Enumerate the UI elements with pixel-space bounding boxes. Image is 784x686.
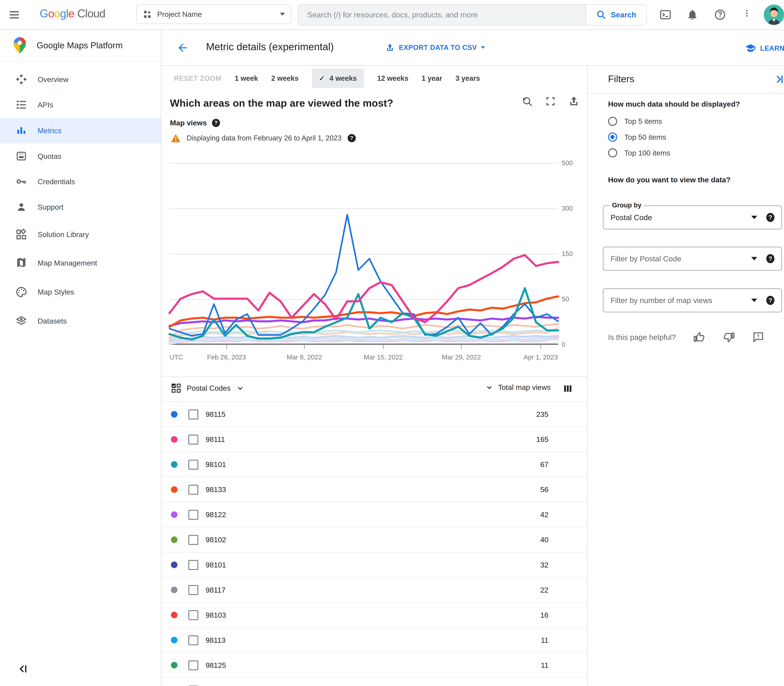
sort-header[interactable]: Total map views [485, 383, 550, 392]
datasets-layers-icon [15, 315, 28, 327]
radio-icon[interactable] [608, 132, 617, 142]
filter-postal-placeholder: Filter by Postal Code [611, 254, 681, 263]
sidebar-item-solution-library[interactable]: Solution Library [0, 222, 161, 247]
series-color-dot [171, 662, 178, 668]
search-input[interactable] [306, 10, 578, 20]
group-header[interactable]: Postal Codes [171, 383, 244, 393]
grid-check-icon [171, 383, 181, 393]
map-views-value: 67 [540, 460, 549, 469]
map-views-value: 40 [540, 535, 549, 544]
row-checkbox[interactable] [188, 635, 198, 645]
group-by-select[interactable]: Group by Postal Code ? [603, 206, 782, 230]
row-checkbox[interactable] [188, 560, 198, 570]
thumb-up-icon[interactable] [693, 331, 706, 343]
sidebar-item-datasets[interactable]: Datasets [0, 308, 161, 333]
row-checkbox[interactable] [188, 585, 198, 595]
thumb-down-icon[interactable] [723, 331, 735, 343]
series-color-dot [171, 461, 178, 468]
sidebar-item-credentials[interactable]: Credentials [0, 169, 161, 194]
radio-icon[interactable] [608, 117, 617, 126]
filter-views-help-icon[interactable]: ? [766, 296, 774, 305]
time-range-1-week[interactable]: 1 week [235, 74, 258, 82]
google-cloud-logo[interactable]: GoogleCloud [40, 7, 105, 20]
reset-zoom-button[interactable]: RESET ZOOM [174, 75, 222, 82]
warning-help-icon[interactable]: ? [348, 134, 356, 142]
export-csv-button[interactable]: EXPORT DATA TO CSV [385, 43, 485, 52]
time-range-1-year[interactable]: 1 year [421, 74, 442, 82]
sidebar: Google Maps Platform Overview APIs Metri… [0, 29, 161, 686]
row-checkbox[interactable] [188, 686, 198, 686]
row-checkbox[interactable] [188, 535, 198, 545]
dropdown-caret-icon [751, 216, 757, 219]
filters-panel: Filters How much data should be displaye… [588, 66, 784, 686]
filter-views-select[interactable]: Filter by number of map views ? [603, 288, 782, 312]
x-tick-label: Feb 26, 2023 [207, 353, 246, 361]
time-range-4-weeks[interactable]: ✓4 weeks [312, 69, 364, 88]
send-feedback-icon[interactable] [752, 331, 764, 343]
more-options-icon[interactable] [742, 9, 751, 21]
back-arrow-icon[interactable] [176, 42, 189, 54]
sidebar-item-label: Quotas [38, 152, 62, 160]
row-checkbox[interactable] [188, 434, 198, 444]
learn-button[interactable]: LEARN [745, 43, 784, 54]
radio-option-Top-100-items[interactable]: Top 100 items [608, 145, 670, 161]
filter-postal-select[interactable]: Filter by Postal Code ? [603, 247, 782, 271]
series-color-dot [171, 562, 178, 568]
time-range-toolbar: RESET ZOOM 1 week2 weeks✓4 weeks12 weeks… [174, 69, 480, 88]
chart-fullscreen-icon[interactable] [544, 95, 557, 108]
help-icon[interactable] [714, 9, 726, 21]
notifications-bell-icon[interactable] [686, 9, 699, 21]
logo-letter: l [66, 7, 68, 20]
row-checkbox[interactable] [188, 410, 198, 420]
metric-help-icon[interactable]: ? [212, 119, 220, 127]
hamburger-menu-icon[interactable] [8, 9, 20, 21]
map-views-value: 56 [540, 485, 549, 494]
radio-icon[interactable] [608, 148, 617, 157]
time-range-3-years[interactable]: 3 years [456, 74, 480, 82]
radio-label: Top 100 items [624, 149, 670, 157]
column-settings-icon[interactable] [564, 385, 572, 394]
time-range-2-weeks[interactable]: 2 weeks [271, 74, 299, 82]
row-checkbox[interactable] [188, 510, 198, 520]
chart-zoom-out-icon[interactable] [521, 95, 533, 108]
table-row: 98115235 [161, 401, 587, 426]
group-by-help-icon[interactable]: ? [766, 213, 774, 222]
row-checkbox[interactable] [188, 460, 198, 470]
sidebar-item-map-styles[interactable]: Map Styles [0, 279, 161, 305]
sidebar-item-apis[interactable]: APIs [0, 92, 161, 118]
sidebar-item-map-management[interactable]: Map Management [0, 250, 161, 276]
map-management-icon [15, 257, 28, 269]
map-styles-palette-icon [15, 286, 28, 298]
time-range-12-weeks[interactable]: 12 weeks [377, 74, 408, 82]
search-button[interactable]: Search [586, 5, 646, 25]
chevron-down-icon [236, 384, 244, 392]
sidebar-item-metrics[interactable]: Metrics [0, 118, 161, 144]
chart-title: Which areas on the map are viewed the mo… [170, 97, 393, 109]
sidebar-item-quotas[interactable]: Quotas [0, 144, 161, 169]
date-range-warning: Displaying data from February 26 to Apri… [171, 134, 356, 142]
radio-option-Top-50-items[interactable]: Top 50 items [608, 129, 666, 145]
global-search: Search [297, 4, 647, 25]
sidebar-item-overview[interactable]: Overview [0, 67, 161, 92]
cloud-shell-icon[interactable] [659, 9, 671, 21]
user-avatar[interactable] [764, 5, 784, 25]
search-input-wrap [298, 5, 586, 25]
collapse-sidebar-icon[interactable] [16, 663, 29, 675]
series-color-dot [171, 511, 178, 518]
row-checkbox[interactable] [188, 660, 198, 670]
search-icon [596, 10, 606, 20]
collapse-filters-icon[interactable] [773, 74, 784, 85]
line-chart[interactable] [170, 163, 558, 345]
row-checkbox[interactable] [188, 610, 198, 620]
chart-export-icon[interactable] [568, 95, 580, 108]
radio-option-Top-5-items[interactable]: Top 5 items [608, 113, 662, 129]
sidebar-item-label: Datasets [38, 317, 67, 325]
logo-letter: G [40, 7, 48, 20]
sidebar-item-label: Overview [38, 75, 69, 84]
filter-postal-help-icon[interactable]: ? [766, 254, 774, 263]
table-row: 9812511 [161, 652, 587, 677]
sidebar-item-support[interactable]: Support [0, 194, 161, 220]
row-checkbox[interactable] [188, 485, 198, 495]
postal-code-label: 98117 [206, 586, 225, 594]
project-selector[interactable]: Project Name [136, 5, 292, 24]
